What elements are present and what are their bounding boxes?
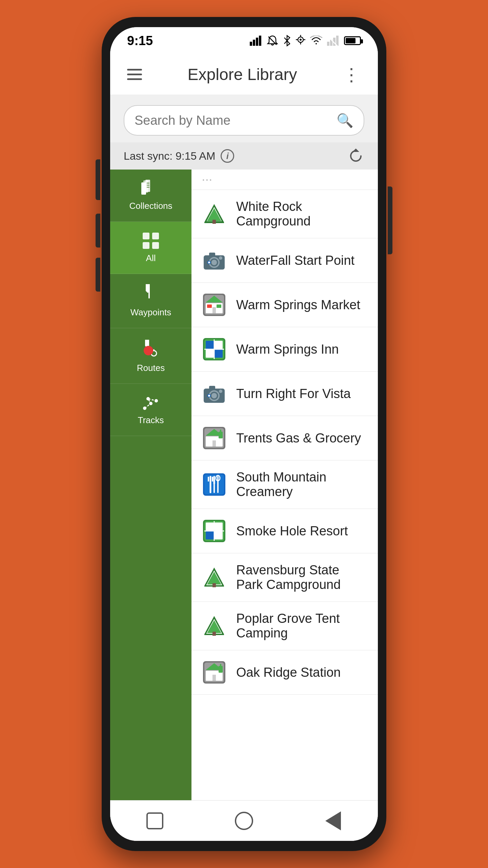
hamburger-menu-button[interactable]	[127, 69, 142, 80]
location-icon	[296, 35, 305, 46]
svg-rect-90	[215, 522, 223, 531]
home-button[interactable]	[232, 809, 256, 833]
app-bar: Explore Library ⋮	[110, 54, 378, 95]
phone-screen: 9:15	[110, 27, 378, 841]
svg-rect-104	[212, 675, 216, 681]
svg-rect-0	[250, 42, 252, 46]
svg-rect-24	[152, 233, 159, 239]
partial-list-item: ···	[191, 170, 378, 190]
recent-apps-button[interactable]	[143, 809, 167, 833]
item-icon-camera-2	[202, 381, 227, 406]
waypoints-icon	[142, 284, 159, 304]
svg-rect-92	[215, 531, 223, 539]
svg-rect-97	[212, 583, 216, 587]
list-item[interactable]: White Rock Campground	[191, 190, 378, 238]
more-options-button[interactable]: ⋮	[343, 66, 361, 83]
svg-point-6	[300, 39, 302, 41]
list-item[interactable]: South Mountain Creamery	[191, 460, 378, 509]
search-area: 🔍	[110, 95, 378, 142]
item-name: Trents Gas & Grocery	[236, 431, 361, 446]
tracks-label: Tracks	[138, 415, 164, 426]
list-item[interactable]: Smoke Hole Resort	[191, 509, 378, 553]
sidebar-item-all[interactable]: All	[110, 222, 191, 274]
svg-rect-14	[336, 36, 339, 46]
search-box[interactable]: 🔍	[124, 105, 364, 136]
svg-rect-60	[215, 350, 223, 358]
tracks-icon	[141, 394, 160, 412]
sidebar-item-tracks[interactable]: Tracks	[110, 384, 191, 436]
item-name: Oak Ridge Station	[236, 665, 341, 680]
collections-icon	[141, 180, 160, 197]
list-item[interactable]: Poplar Grove Tent Camping	[191, 602, 378, 650]
item-icon-campground	[202, 201, 227, 226]
signal-icon	[250, 36, 262, 46]
item-icon-camera	[202, 248, 227, 273]
svg-rect-76	[220, 430, 221, 433]
svg-point-67	[219, 390, 222, 393]
sidebar: Collections All	[110, 170, 191, 800]
list-item[interactable]: Warm Springs Market	[191, 283, 378, 327]
status-bar: 9:15	[110, 27, 378, 54]
sidebar-item-collections[interactable]: Collections	[110, 170, 191, 222]
svg-point-45	[219, 256, 222, 260]
battery-icon	[344, 36, 361, 45]
status-icons	[250, 35, 361, 46]
svg-rect-58	[215, 341, 223, 349]
list-item[interactable]: Trents Gas & Grocery	[191, 416, 378, 460]
item-icon-resort	[202, 518, 227, 544]
item-name: South Mountain Creamery	[236, 470, 368, 499]
svg-rect-42	[209, 253, 215, 257]
list-item[interactable]: Oak Ridge Station	[191, 650, 378, 695]
item-icon-campground-3	[202, 613, 227, 638]
item-name: Smoke Hole Resort	[236, 524, 348, 538]
item-name: Warm Springs Market	[236, 298, 360, 312]
list-area: ··· White Rock Campground	[191, 170, 378, 800]
svg-rect-53	[207, 304, 212, 308]
item-name: White Rock Campground	[236, 199, 368, 229]
svg-point-66	[211, 393, 217, 398]
search-icon[interactable]: 🔍	[337, 113, 353, 129]
svg-rect-107	[220, 664, 221, 667]
main-content: Collections All	[110, 170, 378, 800]
home-icon	[235, 812, 253, 830]
svg-rect-57	[206, 341, 214, 349]
routes-badge	[144, 346, 153, 355]
nav-bar	[110, 800, 378, 841]
wifi-icon	[310, 36, 322, 46]
menu-line-1	[127, 69, 142, 71]
item-icon-store	[202, 292, 227, 317]
list-item[interactable]: Ravensburg State Park Campground	[191, 553, 378, 602]
item-icon-gas	[202, 426, 227, 451]
refresh-button[interactable]	[347, 147, 364, 164]
status-time: 9:15	[127, 34, 153, 48]
svg-rect-59	[206, 350, 214, 358]
back-button[interactable]	[321, 809, 345, 833]
info-button[interactable]: i	[221, 149, 234, 163]
svg-rect-100	[212, 632, 216, 636]
volume-up-button[interactable]	[96, 214, 100, 248]
sidebar-item-routes[interactable]: Routes	[110, 328, 191, 384]
sync-text: Last sync: 9:15 AM	[124, 150, 215, 162]
svg-rect-64	[209, 386, 215, 390]
svg-rect-25	[143, 242, 149, 249]
svg-rect-91	[206, 531, 214, 539]
volume-down-button[interactable]	[96, 258, 100, 292]
waypoints-label: Waypoints	[130, 307, 171, 318]
search-input[interactable]	[135, 113, 337, 128]
list-item[interactable]: WaterFall Start Point	[191, 238, 378, 283]
sidebar-item-waypoints[interactable]: Waypoints	[110, 274, 191, 328]
no-signal-icon	[327, 36, 339, 46]
list-item[interactable]: Warm Springs Inn	[191, 327, 378, 372]
routes-label: Routes	[137, 363, 165, 373]
item-icon-campground-2	[202, 565, 227, 590]
svg-rect-51	[212, 307, 216, 313]
item-name: Warm Springs Inn	[236, 342, 339, 357]
item-name: WaterFall Start Point	[236, 253, 354, 268]
menu-line-3	[127, 78, 142, 80]
list-item[interactable]: Turn Right For Vista	[191, 372, 378, 416]
notification-muted-icon	[267, 35, 278, 46]
svg-point-47	[208, 261, 210, 263]
back-icon	[325, 811, 341, 830]
svg-rect-54	[217, 304, 221, 308]
svg-rect-23	[143, 233, 149, 239]
